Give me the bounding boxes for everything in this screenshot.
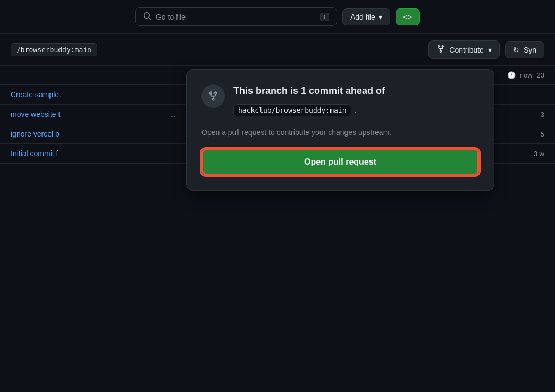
search-box[interactable]: Go to file t	[135, 7, 337, 26]
chevron-down-icon: ▾	[488, 46, 492, 54]
contribute-button[interactable]: Contribute ▾	[428, 40, 500, 59]
file-name: Create sample.	[11, 90, 170, 99]
contribute-popup: This branch is 1 commit ahead of hackclu…	[186, 69, 494, 191]
chevron-down-icon: ▾	[379, 13, 382, 21]
popup-title-block: This branch is 1 commit ahead of hackclu…	[233, 84, 385, 118]
sync-button[interactable]: ↻ Syn	[505, 41, 544, 58]
popup-title: This branch is 1 commit ahead of	[233, 84, 385, 98]
contribute-label: Contribute	[449, 46, 484, 54]
sync-icon: ↻	[513, 46, 519, 54]
search-placeholder: Go to file	[156, 13, 186, 21]
commits-now: now	[520, 71, 533, 79]
file-time: 5	[502, 130, 544, 138]
branch-icon	[201, 84, 225, 108]
toolbar: Go to file t Add file ▾ <>	[0, 0, 555, 34]
open-pull-request-button[interactable]: Open pull request	[201, 149, 479, 175]
add-file-button[interactable]: Add file ▾	[342, 8, 390, 25]
sync-label: Syn	[524, 46, 536, 54]
file-name: Initial commit f	[11, 149, 170, 158]
popup-dot: .	[355, 105, 357, 114]
search-icon	[143, 12, 152, 22]
file-time: 3	[502, 110, 544, 118]
contribute-icon	[436, 45, 445, 55]
branch-pill[interactable]: /browserbuddy:main	[11, 43, 97, 56]
commits-count: 23	[537, 71, 544, 79]
search-shortcut: t	[320, 13, 329, 21]
file-name: move website t	[11, 110, 170, 118]
branch-area: /browserbuddy:main Contribute ▾ ↻ Syn	[0, 34, 555, 66]
code-button[interactable]: <>	[396, 8, 420, 25]
branch-right: Contribute ▾ ↻ Syn	[428, 40, 544, 59]
file-time: 3 w	[502, 150, 544, 158]
file-name: ignore vercel b	[11, 130, 170, 138]
add-file-label: Add file	[350, 13, 375, 21]
code-icon: <>	[403, 13, 412, 21]
popup-description: Open a pull request to contribute your c…	[201, 127, 479, 138]
popup-repo-code: hackclub/browserbuddy:main	[233, 104, 351, 116]
popup-header: This branch is 1 commit ahead of hackclu…	[201, 84, 479, 118]
clock-icon: 🕐	[507, 71, 516, 79]
